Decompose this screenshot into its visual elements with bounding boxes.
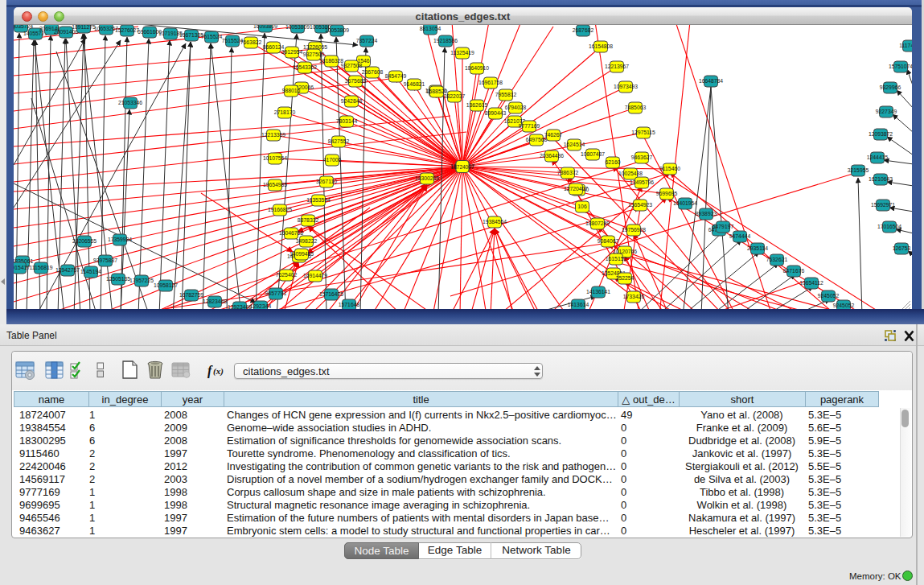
svg-text:7515524: 7515524 xyxy=(201,34,223,39)
svg-text:2687682: 2687682 xyxy=(573,27,594,33)
svg-text:15276027: 15276027 xyxy=(115,27,139,33)
svg-text:10958127: 10958127 xyxy=(154,282,178,288)
svg-text:8454749: 8454749 xyxy=(385,73,407,79)
svg-text:3915417: 3915417 xyxy=(14,265,30,270)
svg-text:18300295: 18300295 xyxy=(415,175,439,181)
svg-text:2367608: 2367608 xyxy=(362,69,384,75)
svg-text:7955812: 7955812 xyxy=(495,92,517,97)
svg-text:15716485: 15716485 xyxy=(319,291,343,297)
svg-text:9327509: 9327509 xyxy=(303,51,325,57)
svg-text:16093809: 16093809 xyxy=(253,25,277,29)
svg-text:10973493: 10973493 xyxy=(614,84,638,89)
svg-text:1413614: 1413614 xyxy=(568,302,589,307)
svg-text:9227349: 9227349 xyxy=(876,109,897,114)
svg-text:988016: 988016 xyxy=(282,88,301,93)
svg-text:1733426: 1733426 xyxy=(623,294,645,299)
svg-text:9777169: 9777169 xyxy=(519,123,540,129)
svg-text:3498222: 3498222 xyxy=(296,238,318,244)
svg-text:9699695: 9699695 xyxy=(656,191,678,196)
svg-text:2935114: 2935114 xyxy=(747,245,768,251)
svg-text:12093872: 12093872 xyxy=(869,131,893,137)
svg-text:f: f xyxy=(207,364,213,378)
svg-text:3267110: 3267110 xyxy=(316,179,337,184)
svg-text:19384554: 19384554 xyxy=(483,219,507,225)
svg-text:10807487: 10807487 xyxy=(581,151,605,157)
svg-text:17016504: 17016504 xyxy=(877,224,901,229)
svg-text:10654112: 10654112 xyxy=(799,280,823,286)
svg-text:16154808: 16154808 xyxy=(589,43,613,49)
svg-text:17359924: 17359924 xyxy=(108,237,132,242)
svg-text:1117433: 1117433 xyxy=(899,43,912,48)
svg-text:3822037: 3822037 xyxy=(444,93,466,99)
svg-text:12505135: 12505135 xyxy=(106,276,130,282)
svg-text:3215955: 3215955 xyxy=(848,167,869,173)
svg-text:1615152: 1615152 xyxy=(606,256,627,262)
svg-text:8990443: 8990443 xyxy=(485,110,507,116)
svg-text:19654985: 19654985 xyxy=(263,182,287,187)
svg-text:7485063: 7485063 xyxy=(625,105,647,110)
svg-text:8427552: 8427552 xyxy=(328,138,350,144)
svg-text:1145194: 1145194 xyxy=(80,269,101,274)
svg-text:16648784: 16648784 xyxy=(699,78,723,84)
svg-text:8938923: 8938923 xyxy=(696,211,717,216)
svg-text:9146821: 9146821 xyxy=(404,81,425,87)
svg-text:9329966: 9329966 xyxy=(880,84,901,90)
svg-text:18807249: 18807249 xyxy=(585,220,610,226)
svg-text:252254: 252254 xyxy=(616,275,634,281)
svg-text:9463627: 9463627 xyxy=(631,154,653,160)
svg-text:9245052: 9245052 xyxy=(818,293,840,299)
svg-text:10053809: 10053809 xyxy=(285,25,310,30)
svg-text:2718170: 2718170 xyxy=(274,109,296,115)
svg-text:7357224: 7357224 xyxy=(356,38,378,43)
svg-text:6497568: 6497568 xyxy=(526,137,548,142)
svg-text:9084067: 9084067 xyxy=(598,238,619,244)
svg-text:7625402: 7625402 xyxy=(276,272,298,278)
svg-text:9245052: 9245052 xyxy=(833,303,855,308)
svg-text:106: 106 xyxy=(577,204,587,209)
svg-text:14099485: 14099485 xyxy=(290,251,314,257)
svg-text:20091406: 20091406 xyxy=(54,29,78,35)
svg-text:9457791: 9457791 xyxy=(265,290,287,296)
svg-text:13654923: 13654923 xyxy=(628,202,652,208)
svg-text:7803144: 7803144 xyxy=(336,118,358,124)
svg-text:10107554: 10107554 xyxy=(263,155,287,161)
svg-text:12213967: 12213967 xyxy=(605,64,629,69)
svg-text:6479197: 6479197 xyxy=(713,224,734,229)
svg-text:1362615: 1362615 xyxy=(466,102,488,108)
svg-text:9474444: 9474444 xyxy=(729,233,751,239)
svg-text:1244415: 1244415 xyxy=(867,154,889,160)
svg-text:16671385: 16671385 xyxy=(179,32,203,38)
svg-text:1292344: 1292344 xyxy=(250,303,272,309)
svg-text:12213369: 12213369 xyxy=(261,132,285,138)
svg-text:13495796: 13495796 xyxy=(630,179,654,185)
svg-text:16914479: 16914479 xyxy=(303,273,327,278)
svg-text:11325419: 11325419 xyxy=(450,50,474,56)
svg-text:93975887: 93975887 xyxy=(93,257,117,263)
svg-text:19218586: 19218586 xyxy=(433,38,458,43)
svg-text:62160: 62160 xyxy=(606,159,621,165)
svg-text:17957225: 17957225 xyxy=(129,278,154,283)
svg-text:3675685: 3675685 xyxy=(345,78,367,84)
svg-text:6794028: 6794028 xyxy=(505,105,527,110)
svg-text:8813054: 8813054 xyxy=(420,26,441,31)
svg-text:16961758: 16961758 xyxy=(478,80,503,85)
svg-text:9327508: 9327508 xyxy=(341,63,363,68)
svg-text:20206555: 20206555 xyxy=(72,238,97,244)
svg-text:18640910: 18640910 xyxy=(465,65,489,71)
svg-text:7663822: 7663822 xyxy=(240,39,262,45)
svg-text:18186328: 18186328 xyxy=(319,58,343,64)
svg-text:1624514: 1624514 xyxy=(564,142,585,147)
svg-text:14136141: 14136141 xyxy=(586,289,610,295)
svg-text:18911275: 18911275 xyxy=(72,25,96,30)
svg-text:11156819: 11156819 xyxy=(29,265,52,270)
svg-text:417006: 417006 xyxy=(323,157,342,163)
svg-text:12823448: 12823448 xyxy=(203,299,227,304)
svg-text:15751074: 15751074 xyxy=(889,64,912,69)
svg-text:12720407: 12720407 xyxy=(564,186,588,192)
svg-text:10053809: 10053809 xyxy=(325,27,349,33)
svg-text:16782759: 16782759 xyxy=(179,292,203,298)
svg-text:12975115: 12975115 xyxy=(631,130,655,135)
svg-text:16401954: 16401954 xyxy=(673,200,697,206)
svg-text:21053346: 21053346 xyxy=(118,100,142,105)
svg-text:10025438: 10025438 xyxy=(618,171,643,176)
